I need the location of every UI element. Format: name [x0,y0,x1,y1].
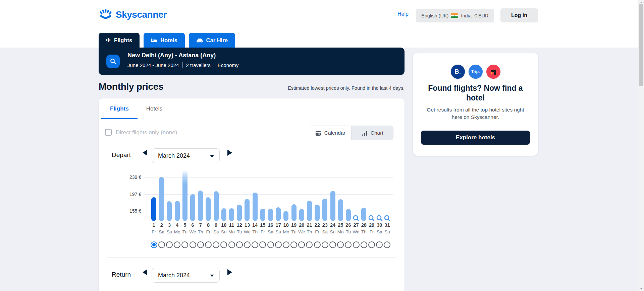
skyscanner-logo[interactable]: Skyscanner [99,7,167,22]
day-radio-29[interactable] [368,241,375,248]
price-bar-day-1[interactable] [151,197,156,221]
login-button[interactable]: Log in [500,8,538,22]
depart-next-month-button[interactable] [227,150,232,156]
price-bar-day-12[interactable] [237,205,242,221]
direct-flights-label: Direct flights only (none) [116,129,177,136]
price-bar-day-3[interactable] [167,201,172,221]
day-radio-1[interactable] [151,241,157,248]
price-bar-day-23[interactable] [322,199,327,221]
search-price-icon-day-31[interactable] [384,215,391,222]
price-bar-day-6[interactable] [190,194,195,221]
day-radio-6[interactable] [190,241,196,248]
day-radio-15[interactable] [259,241,266,248]
tab-flights-label: Flights [114,37,132,44]
search-button[interactable] [106,55,120,68]
day-radio-20[interactable] [298,241,305,248]
day-radio-10[interactable] [220,241,227,248]
scroll-down-arrow[interactable]: ▼ [638,287,644,290]
direct-flights-checkbox[interactable] [105,129,112,136]
search-summary-panel[interactable]: New Delhi (Any) - Astana (Any) June 2024… [99,48,405,75]
day-radio-23[interactable] [322,241,328,248]
day-radio-8[interactable] [205,241,212,248]
day-radio-27[interactable] [353,241,360,248]
calendar-view-button[interactable]: Calendar [309,126,351,140]
day-radio-19[interactable] [290,241,297,248]
scrollbar[interactable]: ▲ ▼ [638,0,644,291]
price-bar-day-7[interactable] [198,191,203,221]
day-radio-21[interactable] [306,241,313,248]
car-icon [196,38,203,43]
day-radio-5[interactable] [181,241,188,248]
day-radio-3[interactable] [166,241,173,248]
depart-prev-month-button[interactable] [143,150,147,156]
depart-month-select[interactable]: March 2024 [152,148,220,163]
price-bar-day-26[interactable] [346,209,351,221]
search-icon [110,58,116,65]
price-bar-day-9[interactable] [214,191,219,221]
day-radio-24[interactable] [329,241,336,248]
day-number: 1 [150,222,158,228]
weekday-label: Fr [313,229,321,234]
explore-hotels-button[interactable]: Explore hotels [421,131,530,145]
day-radio-17[interactable] [275,241,282,248]
day-radio-13[interactable] [244,241,251,248]
day-number: 8 [204,222,212,228]
calendar-icon [315,130,321,136]
day-radio-7[interactable] [197,241,204,248]
price-bar-day-24[interactable] [330,191,335,221]
price-bar-day-25[interactable] [338,199,343,221]
price-bar-day-10[interactable] [221,208,226,221]
search-price-icon-day-29[interactable] [368,215,375,222]
price-bar-day-19[interactable] [291,204,297,221]
booking-logo: B. [451,65,465,79]
chart-view-button[interactable]: Chart [351,126,393,140]
search-price-icon-day-30[interactable] [376,215,383,222]
price-bar-day-16[interactable] [268,209,273,221]
price-bar-day-8[interactable] [206,197,211,221]
card-tab-flights[interactable]: Flights [101,98,138,119]
scrollbar-thumb[interactable] [639,4,643,86]
search-price-icon-day-27[interactable] [353,215,360,222]
day-radio-22[interactable] [314,241,321,248]
day-radio-9[interactable] [213,241,219,248]
price-bar-day-2[interactable] [159,177,164,221]
day-radio-28[interactable] [361,241,367,248]
day-number: 28 [360,222,368,228]
card-tab-hotels[interactable]: Hotels [138,98,171,119]
day-radio-26[interactable] [345,241,352,248]
price-bar-day-18[interactable] [283,211,288,221]
price-bar-day-22[interactable] [315,205,320,221]
day-radio-4[interactable] [174,241,180,248]
price-bar-day-11[interactable] [229,208,234,221]
tab-hotels[interactable]: Hotels [144,33,184,48]
day-radio-25[interactable] [337,241,344,248]
day-radio-31[interactable] [384,241,390,248]
day-radio-11[interactable] [228,241,235,248]
price-bar-day-15[interactable] [260,209,265,221]
return-prev-month-button[interactable] [143,269,147,275]
price-bar-day-4[interactable] [175,201,180,221]
price-bar-day-13[interactable] [245,199,250,221]
return-month-select[interactable]: March 2024 [152,268,220,283]
return-next-month-button[interactable] [227,269,232,275]
tab-car-hire[interactable]: Car Hire [189,33,235,48]
price-bar-day-20[interactable] [299,209,304,221]
scroll-up-arrow[interactable]: ▲ [638,1,644,4]
hotel-cross-sell-card: B. Trip. Found flights? Now find a hotel… [413,53,538,156]
day-radio-12[interactable] [236,241,243,248]
weekday-label: Su [220,229,228,234]
weekday-label: Fr [368,229,375,234]
day-radio-30[interactable] [376,241,383,248]
day-radio-18[interactable] [283,241,289,248]
day-radio-14[interactable] [252,241,258,248]
day-radio-16[interactable] [267,241,274,248]
tab-flights[interactable]: ✈ Flights [99,33,140,48]
price-bar-day-14[interactable] [253,193,258,221]
locale-selector[interactable]: English (UK) India € EUR [416,9,494,22]
price-bar-day-28[interactable] [361,208,366,221]
day-radio-2[interactable] [158,241,165,248]
price-bar-day-5[interactable] [182,170,187,221]
help-link[interactable]: Help [397,11,409,17]
price-bar-day-21[interactable] [307,201,312,221]
price-bar-day-17[interactable] [276,207,281,221]
